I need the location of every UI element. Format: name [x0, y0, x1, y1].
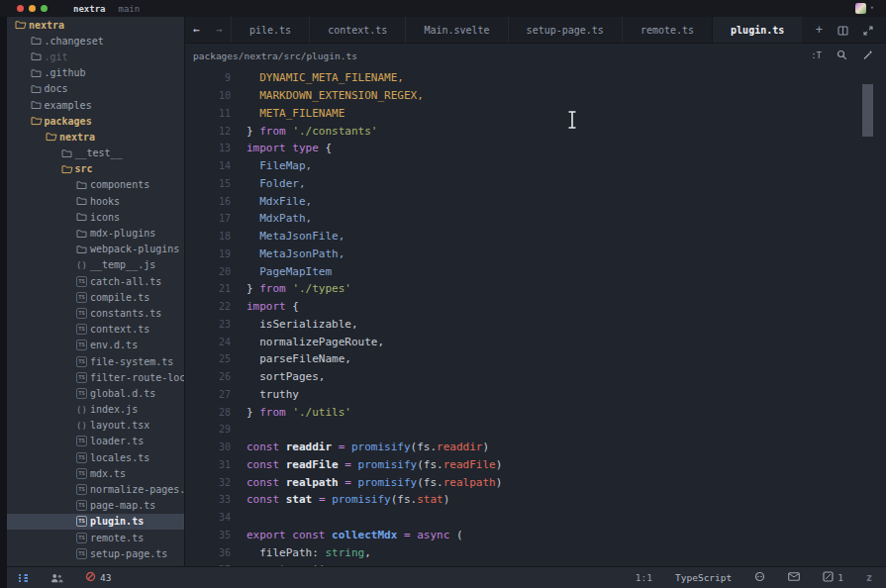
feedback-mail-icon[interactable] — [788, 572, 800, 583]
tree-item-label: .changeset — [45, 36, 104, 47]
tree-item-setup-page.ts[interactable]: TSsetup-page.ts — [7, 545, 184, 561]
tab-context.ts[interactable]: context.ts — [309, 17, 405, 43]
tree-item-label: file-system.ts — [90, 356, 173, 367]
project-panel: nextra.changeset.git.githubdocsexamplesp… — [7, 17, 184, 566]
project-name: nextra — [73, 4, 106, 14]
tree-item-constants.ts[interactable]: TSconstants.ts — [7, 305, 184, 321]
magic-wand-icon[interactable] — [862, 49, 873, 62]
diagnostics-indicator[interactable]: 43 — [85, 571, 111, 584]
line-number: 27 — [185, 389, 231, 400]
profile-avatar[interactable] — [855, 3, 866, 14]
tree-item-examples[interactable]: examples — [7, 97, 184, 113]
folder-open-icon — [15, 20, 29, 30]
panel-toggle-icon[interactable] — [18, 572, 29, 583]
new-tab-button[interactable]: + — [816, 23, 823, 37]
tab-remote.ts[interactable]: remote.ts — [622, 17, 712, 43]
tab-setup-page.ts[interactable]: setup-page.ts — [508, 17, 622, 43]
tree-item-loader.ts[interactable]: TSloader.ts — [7, 434, 184, 449]
tab-plugin.ts[interactable]: plugin.ts — [712, 17, 802, 43]
tree-item-.git[interactable]: .git — [7, 49, 184, 64]
tree-item-mdx-plugins[interactable]: mdx-plugins — [7, 225, 184, 241]
tree-item-global.d.ts[interactable]: TSglobal.d.ts — [7, 385, 184, 401]
split-editor-icon[interactable] — [837, 21, 848, 40]
inlay-hints-toggle[interactable]: :T — [811, 50, 822, 60]
tab-pile.ts[interactable]: pile.ts — [231, 17, 309, 43]
z-icon[interactable]: z — [866, 572, 872, 583]
tree-item-index.js[interactable]: ()index.js — [7, 402, 184, 418]
line-content: } from './utils' — [231, 406, 351, 419]
code-line-36: 36 filePath: string, — [185, 543, 886, 561]
minimize-window-button[interactable] — [29, 5, 36, 12]
tree-item-label: nextra — [29, 20, 64, 31]
tree-item-remote.ts[interactable]: TSremote.ts — [7, 530, 184, 545]
folder-icon — [31, 84, 45, 94]
tree-item-label: __temp__.js — [90, 259, 155, 270]
tree-item-plugin.ts[interactable]: TSplugin.ts — [7, 514, 184, 530]
tree-item-catch-all.ts[interactable]: TScatch-all.ts — [7, 273, 184, 289]
tree-item-compile.ts[interactable]: TScompile.ts — [7, 289, 184, 305]
tree-item-.github[interactable]: .github — [7, 65, 184, 81]
tree-item-nextra[interactable]: nextra — [7, 17, 184, 33]
tree-item-label: components — [90, 179, 149, 190]
back-icon[interactable]: ← — [185, 17, 208, 43]
tree-item-icons[interactable]: icons — [7, 209, 184, 225]
tree-item-label: constants.ts — [90, 308, 161, 319]
panel-indicator[interactable]: 1 — [823, 571, 843, 584]
code-line-28: 28} from './utils' — [185, 403, 886, 421]
code-editor-window: nextra main ▾ nextra.changeset.git.githu… — [0, 0, 886, 588]
js-file-icon: () — [76, 421, 90, 431]
line-number: 36 — [185, 547, 231, 558]
line-number: 31 — [185, 459, 231, 470]
tree-item-context.ts[interactable]: TScontext.ts — [7, 322, 184, 338]
tree-item-label: filter-route-loca — [90, 372, 184, 383]
line-content: import { — [231, 300, 299, 313]
tree-item-label: mdx-plugins — [90, 228, 155, 239]
tree-item-page-map.ts[interactable]: TSpage-map.ts — [7, 498, 184, 514]
copilot-icon[interactable] — [754, 571, 765, 584]
forward-icon[interactable]: → — [208, 17, 231, 43]
tree-item-label: loader.ts — [90, 436, 144, 446]
tree-item-nextra[interactable]: nextra — [7, 129, 184, 145]
line-content: MARKDOWN_EXTENSION_REGEX, — [231, 89, 424, 102]
close-window-button[interactable] — [17, 5, 24, 12]
tree-item-locales.ts[interactable]: TSlocales.ts — [7, 449, 184, 465]
line-content: import type { — [231, 142, 332, 154]
search-icon[interactable] — [837, 49, 847, 62]
tree-item-__temp__.js[interactable]: ()__temp__.js — [7, 257, 184, 273]
tree-item-env.d.ts[interactable]: TSenv.d.ts — [7, 338, 184, 353]
tree-item-filter-route-loca[interactable]: TSfilter-route-loca — [7, 369, 184, 385]
tree-item-packages[interactable]: packages — [7, 113, 184, 129]
tree-item-label: docs — [45, 83, 68, 94]
cursor-position[interactable]: 1:1 — [636, 572, 652, 583]
line-content: META_FILENAME — [231, 107, 345, 120]
tree-item-label: mdx.ts — [90, 468, 126, 479]
tree-item-layout.tsx[interactable]: ()layout.tsx — [7, 418, 184, 434]
line-number: 26 — [185, 371, 231, 382]
ts-file-icon: TS — [76, 484, 90, 495]
line-content: filePath: string, — [231, 546, 371, 559]
chevron-down-icon[interactable]: ▾ — [870, 5, 874, 12]
tree-item-src[interactable]: src — [7, 161, 184, 177]
breadcrumb[interactable]: packages/nextra/src/plugin.ts — [193, 50, 357, 61]
tree-item-__test__[interactable]: __test__ — [7, 146, 184, 161]
tree-item-hooks[interactable]: hooks — [7, 193, 184, 209]
expand-icon[interactable] — [863, 21, 873, 40]
window-controls — [17, 5, 48, 12]
tree-item-webpack-plugins[interactable]: webpack-plugins — [7, 242, 184, 257]
tree-item-docs[interactable]: docs — [7, 81, 184, 97]
line-content: const readdir = promisify(fs.readdir) — [231, 441, 489, 453]
scrollbar-thumb[interactable] — [862, 84, 873, 137]
tree-item-mdx.ts[interactable]: TSmdx.ts — [7, 465, 184, 481]
collaboration-people-icon[interactable] — [50, 573, 63, 583]
line-number: 25 — [185, 353, 231, 364]
language-selector[interactable]: TypeScript — [675, 572, 732, 583]
tree-item-file-system.ts[interactable]: TSfile-system.ts — [7, 353, 184, 369]
tree-item-components[interactable]: components — [7, 177, 184, 193]
code-editor[interactable]: 9 DYNAMIC_META_FILENAME,10 MARKDOWN_EXTE… — [185, 67, 886, 568]
line-number: 15 — [185, 178, 231, 189]
breadcrumb-bar: packages/nextra/src/plugin.ts :T — [185, 44, 886, 67]
zoom-window-button[interactable] — [41, 5, 48, 12]
tree-item-.changeset[interactable]: .changeset — [7, 33, 184, 49]
tab-Main.svelte[interactable]: Main.svelte — [405, 17, 507, 43]
tree-item-normalize-pages.t[interactable]: TSnormalize-pages.t — [7, 481, 184, 497]
